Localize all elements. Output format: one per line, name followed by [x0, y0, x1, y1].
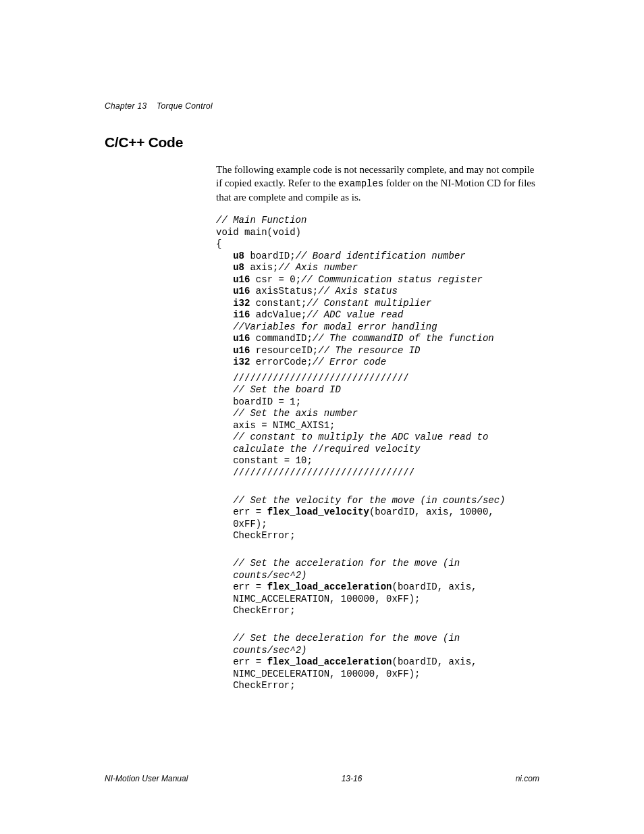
code-comment: // Axis status — [318, 286, 398, 296]
code-block: // Main Function void main(void) { u8 bo… — [216, 215, 539, 692]
code-line: CheckError; — [233, 680, 295, 691]
code-comment: // constant to multiply the ADC value re… — [233, 432, 493, 442]
code-text: (boardID, axis, — [392, 656, 482, 667]
code-text: resourceID; — [250, 345, 318, 356]
code-text: csr = 0; — [250, 274, 301, 285]
chapter-header: Chapter 13 Torque Control — [105, 101, 539, 111]
code-comment: // Set the board ID — [233, 384, 341, 395]
code-line: CheckError; — [233, 530, 295, 541]
code-comment: // The commandID of the function — [313, 333, 494, 344]
code-line: NIMC_DECELERATION, 100000, 0xFF); — [233, 669, 420, 679]
code-text: err = — [233, 581, 267, 592]
code-text: err = — [233, 506, 267, 517]
code-kw: i32 — [233, 357, 250, 367]
code-text: adcValue; — [250, 309, 306, 320]
code-comment: // The resource ID — [318, 345, 420, 356]
code-comment: // Set the axis number — [233, 408, 358, 419]
code-fn: flex_load_acceleration — [267, 581, 392, 592]
code-text: (boardID, axis, 10000, — [369, 506, 500, 517]
code-line: void main(void) — [216, 227, 301, 238]
code-text: axisStatus; — [250, 286, 318, 296]
code-line: boardID = 1; — [233, 396, 301, 407]
code-kw: u16 — [233, 274, 250, 285]
code-fn: flex_load_velocity — [267, 506, 369, 517]
code-kw: u16 — [233, 333, 250, 344]
code-comment: // Set the acceleration for the move (in — [233, 558, 465, 569]
code-line: { — [216, 238, 221, 249]
code-kw: i32 — [233, 298, 250, 309]
code-line: constant = 10; — [233, 455, 313, 466]
code-text: (boardID, axis, — [392, 581, 482, 592]
chapter-number: Chapter 13 — [105, 101, 146, 111]
footer-left: NI-Motion User Manual — [105, 774, 188, 783]
page-content: Chapter 13 Torque Control C/C++ Code The… — [0, 0, 644, 746]
intro-paragraph: The following example code is not necess… — [216, 163, 539, 204]
code-text: commandID; — [250, 333, 312, 344]
code-comment: // Axis number — [278, 262, 358, 273]
code-line: CheckError; — [233, 605, 295, 616]
code-line: axis = NIMC_AXIS1; — [233, 420, 335, 431]
section-heading: C/C++ Code — [105, 134, 539, 151]
footer-center: 13-16 — [342, 774, 363, 783]
code-text: axis; — [244, 262, 278, 273]
code-fn: flex_load_acceleration — [267, 656, 392, 667]
code-comment: // ADC value read — [306, 309, 403, 320]
code-kw: u8 — [233, 251, 244, 261]
code-kw: u8 — [233, 262, 244, 273]
code-comment: // Set the deceleration for the move (in — [233, 633, 465, 644]
footer-right: ni.com — [516, 774, 539, 783]
code-kw: u16 — [233, 345, 250, 356]
code-comment: // Communication status register — [301, 274, 483, 285]
code-line: /////////////////////////////// — [233, 373, 408, 384]
code-line: 0xFF); — [233, 519, 267, 529]
code-text: constant; — [250, 298, 306, 309]
code-text: errorCode; — [250, 357, 312, 367]
code-kw: u16 — [233, 286, 250, 296]
code-line: NIMC_ACCELERATION, 100000, 0xFF); — [233, 594, 420, 604]
code-text: // — [313, 444, 324, 454]
code-comment: // Board identification number — [296, 251, 466, 261]
code-text: boardID; — [244, 251, 296, 261]
code-comment: counts/sec^2) — [233, 570, 306, 581]
code-comment: // Set the velocity for the move (in cou… — [233, 495, 505, 506]
page-footer: NI-Motion User Manual 13-16 ni.com — [105, 774, 539, 783]
code-comment: counts/sec^2) — [233, 645, 306, 656]
code-comment: // Error code — [313, 357, 386, 367]
code-comment: //Variables for modal error handling — [233, 321, 437, 332]
chapter-title: Torque Control — [157, 101, 213, 111]
code-line: //////////////////////////////// — [233, 467, 414, 478]
code-kw: i16 — [233, 309, 250, 320]
code-line: // Main Function — [216, 215, 306, 226]
code-comment: required velocity — [324, 444, 421, 454]
code-text: err = — [233, 656, 267, 667]
intro-mono: examples — [338, 178, 383, 189]
code-comment: // Constant multiplier — [306, 298, 431, 309]
code-comment: calculate the — [233, 444, 313, 454]
